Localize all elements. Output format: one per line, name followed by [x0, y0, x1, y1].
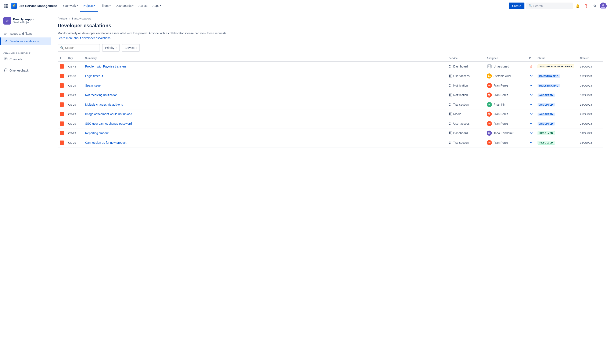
sidebar-divider-2 [0, 65, 51, 65]
col-header-type: T [58, 55, 66, 62]
created-date: 06/Oct/23 [580, 93, 592, 97]
nav-projects[interactable]: Projects ▾ [80, 0, 98, 12]
table-row: !CS-29Reporting timeoutDashboardTKTaha K… [58, 129, 603, 138]
issue-summary-link[interactable]: Cannot sign up for new product [85, 141, 126, 144]
user-avatar[interactable] [600, 2, 607, 9]
assignee-name: Fran Perez [493, 122, 508, 125]
svg-rect-41 [450, 113, 451, 114]
service-name: Dashboard [453, 65, 468, 68]
nav-filters[interactable]: Filters ▾ [98, 0, 113, 12]
svg-rect-31 [450, 86, 451, 87]
sidebar-item-give-feedback[interactable]: Give feedback [0, 67, 51, 74]
type-icon: ! [60, 93, 64, 97]
col-header-assignee: Assignee [485, 55, 527, 62]
service-icon [449, 141, 452, 144]
priority-icon [529, 123, 533, 125]
nav-assets[interactable]: Assets [136, 0, 150, 12]
issue-summary-link[interactable]: SSO user cannot change password [85, 122, 132, 125]
service-cell: Transaction [449, 141, 483, 144]
svg-rect-24 [449, 75, 450, 76]
nav-dashboards[interactable]: Dashboards ▾ [113, 0, 136, 12]
status-badge: INVESTIGATING [538, 84, 560, 87]
issues-table: T Key Summary Service Assignee P Status … [58, 55, 603, 147]
issue-key: CS-29 [68, 122, 76, 125]
help-button[interactable]: ❓ [583, 2, 590, 9]
svg-rect-17 [449, 65, 450, 66]
topnav-actions: Create 🔍 Search 🔔 ❓ ⚙ [509, 2, 607, 9]
created-date: 14/Oct/23 [580, 65, 592, 68]
sidebar-item-label: Developer escalations [10, 39, 39, 43]
issue-summary-link[interactable]: Reporting timeout [85, 131, 109, 135]
sidebar-item-label: Give feedback [10, 69, 28, 72]
table-header: T Key Summary Service Assignee P Status … [58, 55, 603, 62]
table-row: !CS-29Spam issueNotificationFPFran Perez… [58, 81, 603, 90]
svg-rect-48 [449, 132, 450, 133]
svg-rect-45 [450, 123, 451, 123]
type-icon: ! [60, 103, 64, 107]
jira-logo-icon: ⚡ [11, 3, 17, 9]
grid-icon[interactable] [3, 3, 9, 9]
status-badge: RESOLVED [538, 141, 555, 144]
service-icon [449, 122, 452, 125]
created-date: 25/Oct/23 [580, 113, 592, 116]
svg-rect-47 [450, 124, 451, 125]
topnav: ⚡ Jira Service Management Your work ▾ Pr… [0, 0, 610, 12]
issue-summary-link[interactable]: Multiple charges via add-ons [85, 103, 123, 106]
col-header-created: Created [578, 55, 603, 62]
status-badge: INVESTIGATING [538, 75, 560, 78]
search-filter[interactable]: 🔍 [58, 44, 100, 52]
topnav-logo-text: Jira Service Management [19, 4, 57, 8]
svg-rect-19 [449, 67, 450, 67]
priority-icon [529, 65, 533, 68]
breadcrumb-projects[interactable]: Projects [58, 17, 68, 20]
priority-icon [529, 104, 533, 106]
settings-button[interactable]: ⚙ [591, 2, 598, 9]
svg-rect-6 [4, 7, 5, 8]
service-name: User access [453, 122, 470, 125]
status-badge: WAITING FOR DEVELOPER [538, 65, 574, 68]
issue-summary-link[interactable]: Image attachment would not upload [85, 112, 132, 116]
assignee-name: Fran Perez [493, 84, 508, 87]
search-icon: 🔍 [529, 4, 532, 7]
svg-rect-44 [449, 123, 450, 123]
svg-rect-52 [449, 142, 450, 143]
nav-your-work[interactable]: Your work ▾ [60, 0, 80, 12]
sidebar-item-channels[interactable]: Channels [0, 55, 51, 63]
topnav-logo[interactable]: ⚡ Jira Service Management [11, 3, 57, 9]
notifications-button[interactable]: 🔔 [574, 2, 581, 9]
assignee-name: Phan Kim [493, 103, 506, 106]
priority-filter[interactable]: Priority ▾ [102, 44, 120, 52]
feedback-icon [4, 68, 7, 73]
issue-summary-link[interactable]: Spam issue [85, 84, 101, 87]
search-box[interactable]: 🔍 Search [526, 2, 573, 9]
issue-key: CS-29 [68, 103, 76, 106]
svg-rect-29 [450, 84, 451, 85]
sidebar-item-issues-and-filters[interactable]: Issues and filters [0, 30, 51, 38]
created-date: 13/Oct/23 [580, 141, 592, 144]
service-filter[interactable]: Service ▾ [122, 44, 140, 52]
breadcrumb-project[interactable]: Banc.ly support [72, 17, 91, 20]
learn-more-link[interactable]: Learn more about developer escalations [58, 36, 110, 40]
created-date: 09/Oct/23 [580, 132, 592, 135]
search-placeholder: Search [533, 4, 543, 8]
sidebar-item-developer-escalations[interactable]: Developer escalations [0, 38, 51, 45]
issue-summary-link[interactable]: Problem with Paywise transfers [85, 65, 126, 68]
created-date: 25/Oct/23 [580, 122, 592, 125]
issue-summary-link[interactable]: Not receiving notification [85, 93, 118, 97]
issue-key: CS-43 [68, 65, 76, 68]
chevron-down-icon: ▾ [94, 4, 95, 7]
col-header-status: Status [535, 55, 578, 62]
service-cell: User access [449, 74, 483, 78]
svg-rect-35 [450, 95, 451, 96]
svg-rect-28 [449, 84, 450, 85]
nav-apps[interactable]: Apps ▾ [150, 0, 164, 12]
service-icon [449, 74, 452, 78]
sidebar-section-label: CHANNELS & PEOPLE [0, 49, 51, 55]
chevron-down-icon: ▾ [136, 47, 137, 49]
svg-rect-37 [450, 104, 451, 104]
svg-rect-5 [7, 5, 8, 7]
issue-summary-link[interactable]: Login timeout [85, 74, 103, 78]
create-button[interactable]: Create [509, 2, 524, 9]
search-input[interactable] [65, 46, 97, 50]
col-header-summary: Summary [83, 55, 447, 62]
